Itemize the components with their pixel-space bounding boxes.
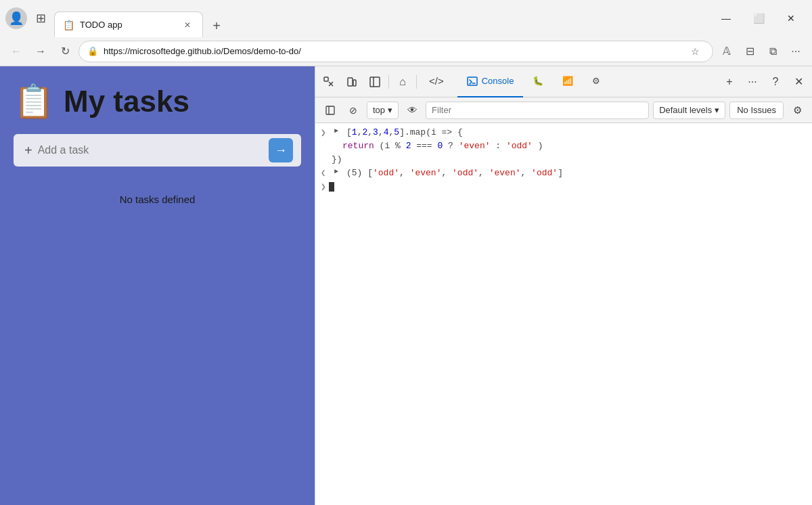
help-icon: ?: [773, 76, 779, 88]
tab-debugger[interactable]: 🐛: [523, 66, 553, 97]
back-icon: ←: [11, 45, 22, 58]
close-button[interactable]: ✕: [775, 7, 807, 29]
more-icon: ···: [791, 45, 800, 58]
minimize-button[interactable]: —: [710, 7, 742, 29]
console-prompt-4: ❮: [321, 168, 332, 178]
home-icon: ⌂: [399, 76, 406, 88]
back-button[interactable]: ←: [5, 41, 27, 62]
read-aloud-button[interactable]: 𝔸: [716, 41, 738, 62]
browser-window: 👤 ⊞ 📋 TODO app ✕ + — ⬜ ✕ ← →: [0, 0, 812, 505]
console-issues-button[interactable]: No Issues: [729, 102, 784, 119]
todo-input-row: + →: [14, 134, 301, 167]
devtools-help-button[interactable]: ?: [765, 71, 786, 93]
browser-collections-icon: ⧉: [769, 45, 777, 58]
split-screen-button[interactable]: ⊟: [739, 41, 761, 62]
refresh-icon: ↻: [61, 45, 70, 58]
sidebar-toggle-button[interactable]: [364, 71, 386, 93]
todo-header: 📋 My tasks: [14, 83, 301, 120]
clear-icon: ⊘: [349, 105, 357, 116]
console-line-4: ❮ ► (5) ['odd', 'even', 'odd', 'even', '…: [315, 167, 812, 180]
devtools-right-buttons: + ··· ? ✕: [719, 71, 809, 93]
more-button[interactable]: ···: [785, 41, 807, 62]
devtools-toolbar: ⌂ </> Console 🐛 📶: [315, 66, 812, 97]
tab-elements[interactable]: </>: [420, 66, 457, 97]
settings-icon: ⚙: [592, 76, 600, 86]
console-eye-button[interactable]: 👁: [403, 101, 422, 120]
console-filter-input[interactable]: [426, 102, 649, 119]
bug-icon: 🐛: [533, 76, 543, 86]
forward-button[interactable]: →: [30, 41, 51, 62]
inspect-element-button[interactable]: [318, 71, 340, 93]
tab-bar: 📋 TODO app ✕ +: [54, 0, 708, 37]
new-tab-button[interactable]: +: [206, 15, 227, 37]
levels-label: Default levels: [659, 105, 712, 115]
console-clear-button[interactable]: ⊘: [344, 101, 363, 120]
browser-collections-button[interactable]: ⧉: [762, 41, 784, 62]
console-code-3: }): [332, 154, 342, 164]
svg-rect-5: [468, 77, 477, 85]
tab-close-button[interactable]: ✕: [181, 18, 194, 32]
console-prompt-1: ❯: [321, 127, 332, 138]
todo-app-icon: 📋: [14, 83, 54, 120]
console-settings-button[interactable]: ⚙: [788, 101, 807, 120]
address-bar[interactable]: 🔒 https://microsoftedge.github.io/Demos/…: [78, 41, 713, 62]
collections-button[interactable]: ⊞: [30, 7, 51, 29]
devtools-more-button[interactable]: ···: [742, 71, 763, 93]
address-bar-icons: ☆: [685, 42, 704, 61]
console-toolbar: ⊘ top ▾ 👁 Default levels ▾ No Issues: [315, 97, 812, 123]
profile-button[interactable]: 👤: [5, 7, 27, 29]
expand-arrow-4[interactable]: ►: [334, 168, 342, 175]
svg-rect-1: [348, 78, 353, 86]
add-panel-button[interactable]: +: [719, 71, 740, 93]
console-input-line[interactable]: ❯: [315, 180, 812, 194]
toolbar-separator-1: [388, 75, 389, 89]
tab-network[interactable]: 📶: [553, 66, 583, 97]
lock-icon: 🔒: [87, 46, 98, 56]
forward-icon: →: [35, 45, 46, 58]
split-screen-icon: ⊟: [746, 45, 754, 58]
submit-arrow-icon: →: [275, 144, 287, 158]
console-line-3: }): [315, 153, 812, 167]
tab-favicon: 📋: [63, 20, 74, 30]
elements-icon: </>: [429, 75, 444, 87]
console-code-1: [1,2,3,4,5].map(i => {: [346, 127, 463, 137]
console-line-2: return (i % 2 === 0 ? 'even' : 'odd' ): [315, 139, 812, 153]
tab-settings-devtools[interactable]: ⚙: [583, 66, 610, 97]
issues-label: No Issues: [737, 105, 776, 115]
main-area: 📋 My tasks + → No tasks defined: [0, 66, 812, 505]
console-cursor: [329, 182, 334, 192]
todo-title: My tasks: [64, 85, 189, 118]
window-controls: — ⬜ ✕: [710, 7, 807, 29]
nav-right-buttons: 𝔸 ⊟ ⧉ ···: [716, 41, 807, 62]
expand-arrow-1[interactable]: ►: [334, 127, 342, 135]
home-button[interactable]: ⌂: [392, 71, 413, 93]
read-aloud-icon: 𝔸: [723, 45, 731, 58]
empty-tasks-message: No tasks defined: [14, 180, 301, 219]
eye-icon: 👁: [407, 104, 418, 116]
add-task-input[interactable]: [38, 144, 269, 156]
console-sidebar-button[interactable]: [321, 101, 340, 120]
context-label: top: [373, 105, 385, 115]
levels-arrow-icon: ▾: [715, 105, 719, 115]
active-tab[interactable]: 📋 TODO app ✕: [54, 12, 203, 37]
tab-title: TODO app: [80, 20, 175, 30]
svg-rect-0: [324, 77, 328, 81]
console-context-selector[interactable]: top ▾: [367, 102, 399, 119]
device-emulation-button[interactable]: [341, 71, 363, 93]
toolbar-separator-2: [416, 75, 417, 89]
profile-icon: 👤: [9, 11, 24, 26]
collections-icon: ⊞: [36, 11, 46, 26]
tab-console[interactable]: Console: [457, 66, 524, 97]
title-bar: 👤 ⊞ 📋 TODO app ✕ + — ⬜ ✕: [0, 0, 812, 37]
console-tab-label: Console: [482, 76, 514, 86]
devtools-tabs: </> Console 🐛 📶 ⚙: [420, 66, 717, 97]
maximize-button[interactable]: ⬜: [743, 7, 774, 29]
console-output: ❯ ► [1,2,3,4,5].map(i => { return (i % 2…: [315, 123, 812, 505]
devtools-close-button[interactable]: ✕: [788, 71, 809, 93]
console-levels-selector[interactable]: Default levels ▾: [653, 102, 725, 119]
favorite-icon[interactable]: ☆: [685, 42, 704, 61]
console-code-2: return (i % 2 === 0 ? 'even' : 'odd' ): [342, 141, 543, 151]
svg-rect-2: [353, 80, 356, 86]
add-task-submit-button[interactable]: →: [269, 138, 293, 162]
refresh-button[interactable]: ↻: [54, 41, 76, 62]
